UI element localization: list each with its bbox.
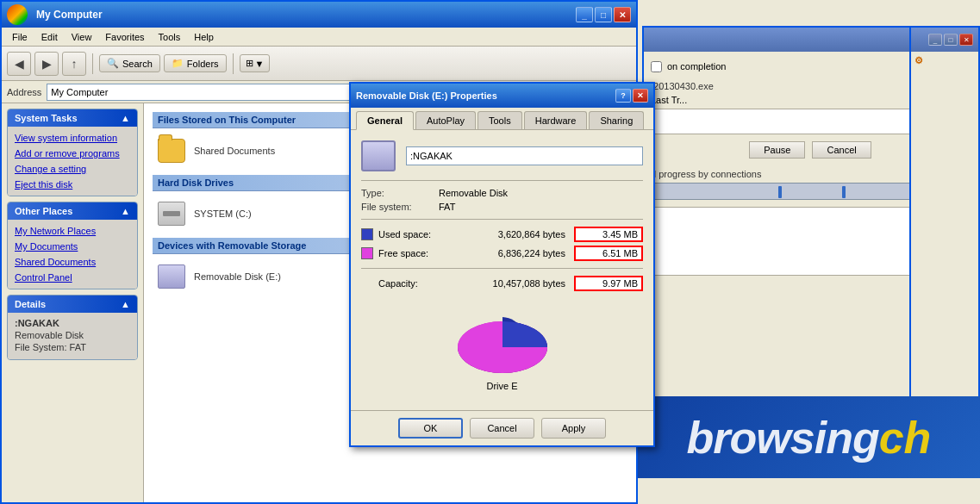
- menu-tools[interactable]: Tools: [152, 30, 188, 44]
- system-drive-label: SYSTEM (C:): [194, 208, 252, 219]
- menu-help[interactable]: Help: [187, 30, 221, 44]
- menu-edit[interactable]: Edit: [34, 30, 65, 44]
- on-completion-label: on completion: [667, 61, 727, 72]
- details-content: :NGAKAK Removable Disk File System: FAT: [8, 313, 137, 359]
- ok-button[interactable]: OK: [398, 418, 463, 439]
- used-color-box: [361, 228, 373, 240]
- bg-strip-maximize[interactable]: □: [944, 34, 958, 46]
- other-places-collapse-icon: ▲: [121, 206, 130, 216]
- divider-3: [361, 268, 643, 269]
- sidebar-link-mydocs[interactable]: My Documents: [8, 239, 137, 254]
- progress-indicator: [778, 186, 782, 198]
- system-tasks-label: System Tasks: [15, 113, 78, 123]
- close-button[interactable]: ✕: [614, 7, 631, 22]
- divider-2: [361, 219, 643, 220]
- disk-icon: [361, 140, 396, 171]
- minimize-button[interactable]: _: [576, 7, 593, 22]
- details-panel: Details ▲ :NGAKAK Removable Disk File Sy…: [7, 295, 138, 360]
- cancel-dl-button[interactable]: Cancel: [812, 141, 871, 159]
- capacity-mb: 9.97 MB: [574, 276, 643, 291]
- dialog-buttons: OK Cancel Apply: [351, 410, 653, 445]
- bg-strip-titlebar: _ □ ✕: [911, 28, 978, 52]
- details-drive-type: Removable Disk: [15, 330, 130, 340]
- folders-button[interactable]: 📁 Folders: [164, 54, 227, 72]
- pause-button[interactable]: Pause: [749, 141, 805, 159]
- used-bytes: 3,620,864 bytes: [447, 229, 574, 240]
- toolbar-separator-2: [233, 53, 234, 74]
- sidebar-link-addremove[interactable]: Add or remove programs: [8, 146, 137, 161]
- search-button[interactable]: 🔍 Search: [99, 54, 160, 72]
- last-tr-label: Last Tr...: [651, 95, 687, 105]
- other-places-header[interactable]: Other Places ▲: [8, 202, 137, 220]
- bg-strip-minimize[interactable]: _: [928, 34, 942, 46]
- dialog-titlebar: Removable Disk (E:) Properties ? ✕: [351, 84, 653, 108]
- folder-icon: [158, 139, 185, 163]
- system-tasks-header[interactable]: System Tasks ▲: [8, 109, 137, 127]
- bg-strip-content: ⚙: [911, 52, 978, 73]
- pie-chart: [451, 300, 554, 377]
- type-row: Type: Removable Disk: [361, 188, 643, 198]
- fs-row: File system: FAT: [361, 202, 643, 212]
- tab-general[interactable]: General: [356, 111, 414, 130]
- windows-logo: [7, 4, 28, 25]
- menu-file[interactable]: File: [5, 30, 34, 44]
- fs-label: File system:: [361, 202, 439, 212]
- bg-strip-close[interactable]: ✕: [959, 34, 973, 46]
- toolbar-separator-1: [92, 53, 93, 74]
- maximize-button[interactable]: □: [595, 7, 612, 22]
- free-mb: 6.51 MB: [574, 246, 643, 261]
- views-icon: ⊞: [246, 58, 253, 69]
- back-button[interactable]: ◀: [7, 52, 31, 76]
- up-button[interactable]: ↑: [62, 52, 86, 76]
- apply-button[interactable]: Apply: [541, 418, 606, 439]
- pie-used-top: [502, 321, 547, 347]
- sidebar-link-controlpanel[interactable]: Control Panel: [8, 270, 137, 285]
- folders-icon: 📁: [172, 58, 184, 69]
- forward-button[interactable]: ▶: [34, 52, 59, 76]
- sidebar-link-shareddocs[interactable]: Shared Documents: [8, 254, 137, 270]
- details-header[interactable]: Details ▲: [8, 296, 137, 313]
- sidebar-link-network[interactable]: My Network Places: [8, 223, 137, 239]
- dialog-tabs: General AutoPlay Tools Hardware Sharing: [351, 108, 653, 130]
- browsing-banner: browsing ch: [638, 396, 980, 478]
- folders-label: Folders: [187, 59, 219, 69]
- properties-dialog: Removable Disk (E:) Properties ? ✕ Gener…: [349, 82, 655, 447]
- tab-autoplay[interactable]: AutoPlay: [415, 111, 476, 129]
- disk-icon-row: [361, 140, 643, 171]
- capacity-row: Capacity: 10,457,088 bytes 9.97 MB: [361, 276, 643, 291]
- sidebar: System Tasks ▲ View system information A…: [2, 103, 144, 502]
- system-tasks-collapse-icon: ▲: [121, 113, 130, 123]
- search-label: Search: [122, 59, 153, 69]
- tab-sharing[interactable]: Sharing: [589, 111, 644, 129]
- tab-tools[interactable]: Tools: [478, 111, 522, 129]
- views-button[interactable]: ⊞ ▼: [240, 54, 271, 72]
- explorer-titlebar: My Computer _ □ ✕: [2, 2, 636, 28]
- free-label: Free space:: [378, 248, 447, 258]
- sidebar-link-sysinfo[interactable]: View system information: [8, 130, 137, 146]
- other-places-panel: Other Places ▲ My Network Places My Docu…: [7, 202, 138, 289]
- system-tasks-content: View system information Add or remove pr…: [8, 127, 137, 196]
- dialog-help-btn[interactable]: ?: [615, 89, 631, 103]
- menu-favorites[interactable]: Favorites: [98, 30, 151, 44]
- capacity-label: Capacity:: [378, 278, 465, 289]
- disk-name-input[interactable]: [406, 146, 643, 165]
- on-completion-checkbox[interactable]: [651, 61, 662, 72]
- fs-value: FAT: [439, 202, 455, 212]
- space-section: Used space: 3,620,864 bytes 3.45 MB Free…: [361, 227, 643, 261]
- free-bytes: 6,836,224 bytes: [447, 248, 574, 258]
- menu-view[interactable]: View: [65, 30, 99, 44]
- removable-drive-label: Removable Disk (E:): [194, 271, 281, 282]
- tab-hardware[interactable]: Hardware: [524, 111, 588, 129]
- cancel-button[interactable]: Cancel: [470, 418, 534, 439]
- search-icon: 🔍: [107, 58, 119, 69]
- dialog-close-btn[interactable]: ✕: [633, 89, 648, 103]
- other-places-content: My Network Places My Documents Shared Do…: [8, 220, 137, 289]
- toolbar: ◀ ▶ ↑ 🔍 Search 📁 Folders ⊞ ▼: [2, 47, 636, 81]
- details-collapse-icon: ▲: [121, 299, 130, 309]
- drive-icon: [158, 202, 185, 226]
- used-label: Used space:: [378, 229, 447, 240]
- explorer-title: My Computer: [36, 9, 103, 21]
- sidebar-link-eject[interactable]: Eject this disk: [8, 177, 137, 192]
- type-value: Removable Disk: [439, 188, 508, 198]
- sidebar-link-setting[interactable]: Change a setting: [8, 161, 137, 177]
